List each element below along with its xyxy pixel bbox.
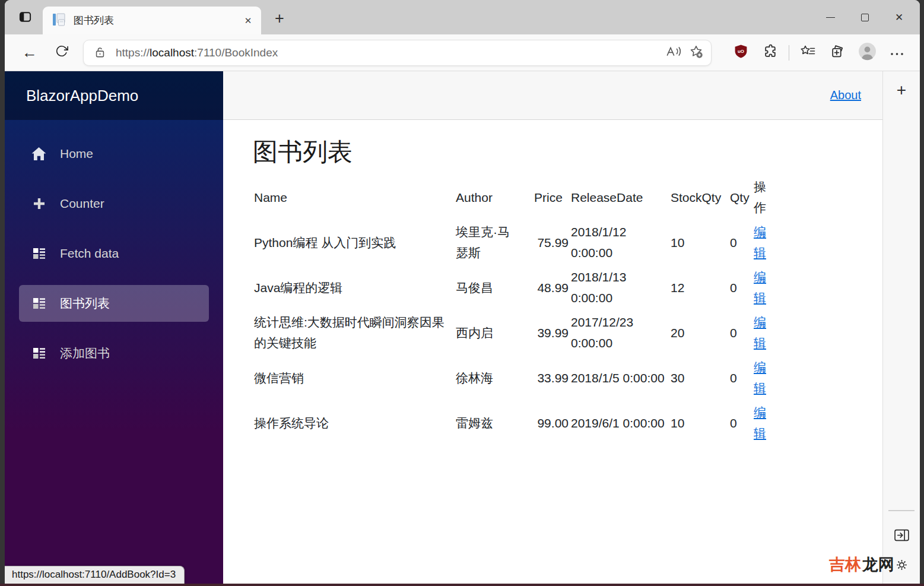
address-bar[interactable]: https://localhost:7110/BookIndex [83, 40, 712, 66]
refresh-icon [55, 43, 68, 62]
cell-author: 马俊昌 [455, 265, 533, 310]
cell-stock-qty: 30 [669, 355, 729, 400]
cell-name: Java编程的逻辑 [253, 265, 455, 310]
rail-new-button[interactable]: + [891, 80, 912, 101]
cell-price: 99.00 [533, 400, 570, 445]
settings-menu-button[interactable] [882, 41, 912, 65]
back-button[interactable]: ← [18, 41, 42, 65]
list-rich-icon [31, 296, 47, 311]
read-aloud-button[interactable] [662, 42, 685, 64]
author-text: 埃里克·马瑟斯 [456, 221, 521, 263]
edit-link[interactable]: 编辑 [754, 225, 766, 259]
cell-stock-qty: 20 [669, 310, 729, 355]
tab-close-button[interactable]: ✕ [240, 12, 256, 29]
cell-author: 西内启 [455, 310, 533, 355]
author-text: 徐林海 [456, 368, 493, 388]
table-row: 微信营销 徐林海 33.99 2018/1/5 0:00:00 30 0 编辑 [253, 355, 774, 400]
cell-name: 操作系统导论 [253, 400, 455, 445]
cell-qty: 0 [729, 265, 752, 310]
sidebar-item-add-book[interactable]: 添加图书 [19, 335, 209, 372]
cell-release-date: 2019/6/1 0:00:00 [570, 400, 669, 445]
column-header-stockqty: StockQty [669, 175, 729, 220]
author-text: 西内启 [456, 322, 493, 343]
cell-name: 微信营销 [253, 355, 455, 400]
favorites-star-list-icon [800, 45, 816, 61]
author-text: 马俊昌 [456, 277, 493, 298]
favorite-add-button[interactable] [685, 42, 707, 64]
rail-divider [888, 510, 915, 511]
cell-release-date: 2017/12/23 0:00:00 [570, 310, 669, 355]
list-rich-icon [31, 346, 47, 360]
cell-release-date: 2018/1/13 0:00:00 [570, 265, 669, 310]
star-add-icon [689, 45, 703, 61]
edit-link[interactable]: 编辑 [754, 406, 766, 440]
window-controls: ✕ [813, 0, 916, 34]
tab-actions-button[interactable] [14, 7, 36, 28]
column-header-name: Name [253, 175, 455, 220]
list-rich-icon [31, 246, 47, 261]
minimize-icon [826, 17, 835, 18]
column-header-qty: Qty [729, 175, 752, 220]
cell-release-date: 2018/1/5 0:00:00 [570, 355, 669, 400]
sidebar-item-fetch-data[interactable]: Fetch data [19, 235, 209, 272]
collections-button[interactable] [823, 41, 852, 65]
favorites-bar-button[interactable] [793, 41, 823, 65]
home-icon [31, 147, 47, 161]
ublock-shield-icon: uO [734, 44, 748, 61]
new-tab-button[interactable]: + [269, 8, 290, 28]
toolbar-divider [789, 45, 789, 61]
url-path: :7110/BookIndex [194, 46, 278, 59]
main-content: 图书列表 Name Author Price ReleaseDate Stock… [223, 120, 882, 461]
column-header-action: 操作 [752, 175, 774, 220]
sidebar-item-label: Counter [60, 197, 104, 211]
main-area: About 图书列表 Name Author Price ReleaseDate [223, 71, 882, 584]
refresh-button[interactable] [50, 41, 74, 65]
url-host: localhost [150, 46, 194, 59]
extensions-button[interactable] [755, 41, 785, 65]
browser-toolbar: ← https://localhost:7110/BookIndex [5, 34, 920, 71]
ublock-extension-button[interactable]: uO [726, 41, 755, 65]
read-aloud-icon [666, 45, 682, 60]
page-favicon [52, 12, 65, 29]
cell-name: Python编程 从入门到实践 [253, 220, 455, 265]
column-header-releasedate: ReleaseDate [570, 175, 669, 220]
cell-price: 39.99 [533, 310, 570, 355]
cell-stock-qty: 10 [669, 400, 729, 445]
edit-link[interactable]: 编辑 [754, 360, 766, 395]
cell-price: 33.99 [533, 355, 570, 400]
table-row: 统计思维:大数据时代瞬间洞察因果的关键技能 西内启 39.99 2017/12/… [253, 310, 774, 355]
cell-name: 统计思维:大数据时代瞬间洞察因果的关键技能 [253, 310, 455, 355]
author-text: 雷姆兹 [456, 413, 493, 433]
table-row: Python编程 从入门到实践 埃里克·马瑟斯 75.99 2018/1/12 … [253, 220, 774, 265]
edit-link[interactable]: 编辑 [754, 315, 766, 350]
puzzle-icon [763, 44, 778, 61]
table-row: 操作系统导论 雷姆兹 99.00 2019/6/1 0:00:00 10 0 编… [253, 400, 774, 445]
browser-tab[interactable]: 图书列表 ✕ [43, 7, 261, 34]
edit-link[interactable]: 编辑 [754, 270, 766, 305]
minimize-button[interactable] [813, 0, 847, 34]
table-row: Java编程的逻辑 马俊昌 48.99 2018/1/13 0:00:00 12… [253, 265, 774, 310]
close-button[interactable]: ✕ [882, 0, 916, 34]
cell-qty: 0 [729, 355, 752, 400]
sidebar-item-counter[interactable]: Counter [19, 185, 209, 222]
watermark-text-dark: 龙网 [862, 554, 894, 575]
sidebar-toggle-button[interactable] [890, 524, 913, 548]
cell-qty: 0 [729, 400, 752, 445]
sidebar-item-home[interactable]: Home [19, 135, 209, 172]
cell-author: 徐林海 [455, 355, 533, 400]
profile-button[interactable] [852, 41, 882, 65]
cell-author: 埃里克·马瑟斯 [455, 220, 533, 265]
sidebar-item-label: Fetch data [60, 246, 119, 261]
gear-icon [896, 559, 908, 571]
sidebar-item-label: 添加图书 [60, 345, 110, 362]
maximize-button[interactable] [847, 0, 882, 34]
about-link[interactable]: About [830, 88, 861, 102]
lock-icon [90, 46, 110, 59]
cell-author: 雷姆兹 [455, 400, 533, 445]
url-text[interactable]: https://localhost:7110/BookIndex [116, 46, 662, 59]
sidebar-item-book-list[interactable]: 图书列表 [19, 285, 209, 322]
edge-sidebar-rail: + [882, 71, 920, 584]
books-table: Name Author Price ReleaseDate StockQty Q… [253, 175, 774, 445]
app-brand[interactable]: BlazorAppDemo [5, 71, 223, 120]
watermark: 吉林龙网 [829, 554, 908, 575]
